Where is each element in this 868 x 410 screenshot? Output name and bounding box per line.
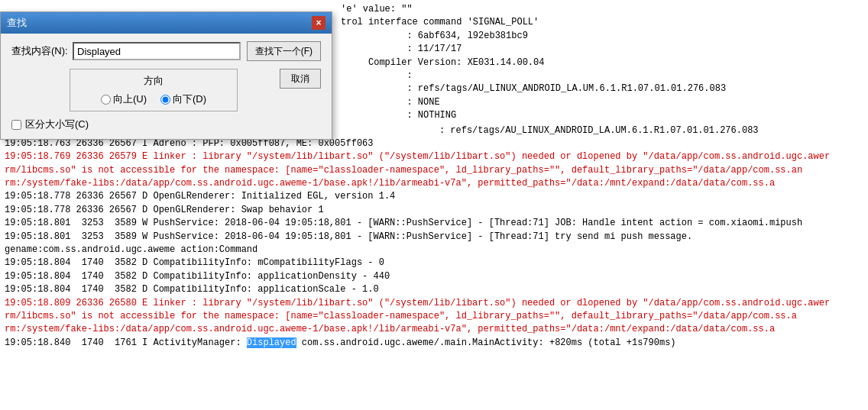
dialog-titlebar: 查找 × — [1, 12, 332, 34]
log-line: rm/libcms.so" is not accessible for the … — [5, 310, 863, 323]
direction-label: 方向 — [144, 74, 164, 88]
log-line: 19:05:18.778 26336 26567 D OpenGLRendere… — [5, 190, 863, 203]
log-line: rm/libcms.so" is not accessible for the … — [5, 164, 863, 177]
radio-down-option[interactable]: 向下(D) — [160, 92, 206, 106]
log-line: 19:05:18.778 26336 26567 D OpenGLRendere… — [5, 204, 863, 217]
close-button[interactable]: × — [312, 16, 326, 30]
log-line: 19:05:18.809 26336 26580 E linker : libr… — [5, 297, 863, 310]
log-line: 19:05:18.804 1740 3582 D CompatibilityIn… — [5, 283, 863, 296]
log-line: gename:com.ss.android.ugc.aweme action:C… — [5, 244, 863, 257]
dialog-title: 查找 — [7, 16, 27, 30]
find-dialog: 查找 × 查找内容(N): 查找下一个(F) 方向 向上(U) — [0, 11, 332, 140]
radio-down-label: 向下(D) — [173, 92, 206, 106]
find-next-button[interactable]: 查找下一个(F) — [247, 41, 321, 61]
radio-up[interactable] — [101, 95, 111, 105]
find-input[interactable] — [73, 42, 241, 60]
radio-group-direction: 向上(U) 向下(D) — [101, 92, 206, 106]
log-line: 19:05:18.801 3253 3589 W PushService: 20… — [5, 217, 863, 230]
log-line: rm:/system/fake-libs:/data/app/com.ss.an… — [5, 177, 863, 190]
cancel-button[interactable]: 取消 — [280, 69, 321, 89]
case-sensitive-checkbox[interactable] — [11, 120, 21, 130]
dialog-body: 查找内容(N): 查找下一个(F) 方向 向上(U) 向 — [1, 34, 332, 139]
log-line: 19:05:18.801 3253 3589 W PushService: 20… — [5, 231, 863, 244]
find-content-label: 查找内容(N): — [11, 44, 73, 58]
case-sensitive-label[interactable]: 区分大小写(C) — [25, 118, 89, 131]
radio-up-label: 向上(U) — [113, 92, 147, 106]
radio-down[interactable] — [160, 95, 170, 105]
radio-up-option[interactable]: 向上(U) — [101, 92, 147, 106]
log-line: 19:05:18.769 26336 26579 E linker : libr… — [5, 150, 863, 163]
log-line: 19:05:18.840 1740 1761 I ActivityManager… — [5, 337, 863, 350]
log-line: rm:/system/fake-libs:/data/app/com.ss.an… — [5, 323, 863, 336]
log-line: 19:05:18.804 1740 3582 D CompatibilityIn… — [5, 270, 863, 283]
checkbox-row: 区分大小写(C) — [11, 118, 321, 131]
log-line: 19:05:18.804 1740 3582 D CompatibilityIn… — [5, 257, 863, 270]
highlighted-word: Displayed — [247, 337, 296, 348]
